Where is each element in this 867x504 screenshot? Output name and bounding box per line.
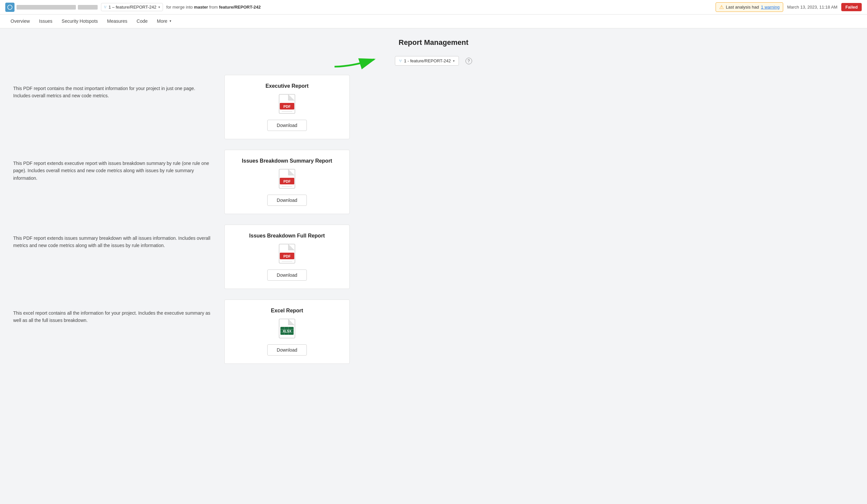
svg-text:PDF: PDF bbox=[283, 180, 291, 183]
branch-selector-label: 1 – feature/REPORT-242 bbox=[108, 4, 157, 10]
report-icon-issues-breakdown-summary: PDF bbox=[278, 169, 296, 190]
report-card-issues-breakdown-summary: Issues Breakdown Summary Report PDF Down… bbox=[224, 150, 350, 214]
report-section-executive: This PDF report contains the most import… bbox=[13, 75, 854, 139]
topbar-left: ⑂ 1 – feature/REPORT-242 ▾ for merge int… bbox=[5, 3, 710, 12]
pdf-icon-svg: PDF bbox=[278, 94, 296, 114]
nav-measures[interactable]: Measures bbox=[103, 14, 131, 28]
svg-text:XLSX: XLSX bbox=[283, 330, 291, 333]
svg-text:PDF: PDF bbox=[283, 105, 291, 108]
logo-area bbox=[5, 3, 98, 12]
report-title-issues-breakdown-full: Issues Breakdown Full Report bbox=[249, 233, 325, 239]
branch-dropdown-arrow: ▾ bbox=[158, 5, 160, 9]
main-content: Report Management ⑂ 1 - feature/REPORT-2… bbox=[0, 28, 867, 504]
download-button-executive[interactable]: Download bbox=[267, 120, 307, 131]
warning-badge: ⚠ Last analysis had 1 warning bbox=[716, 2, 783, 12]
report-icon-executive: PDF bbox=[278, 94, 296, 115]
timestamp: March 13, 2023, 11:18 AM bbox=[787, 4, 837, 10]
svg-text:PDF: PDF bbox=[283, 254, 291, 258]
reports-container: This PDF report contains the most import… bbox=[13, 75, 854, 374]
report-description-issues-breakdown-summary: This PDF report extends executive report… bbox=[13, 150, 224, 192]
report-icon-issues-breakdown-full: PDF bbox=[278, 244, 296, 265]
warning-link[interactable]: 1 warning bbox=[761, 4, 780, 10]
logo-icon bbox=[5, 3, 14, 12]
download-button-excel[interactable]: Download bbox=[267, 344, 307, 356]
project-name-blurred bbox=[17, 5, 76, 10]
warning-text: Last analysis had bbox=[726, 4, 759, 10]
nav-more[interactable]: More ▾ bbox=[153, 14, 175, 28]
warning-icon: ⚠ bbox=[719, 4, 724, 10]
nav-security-hotspots[interactable]: Security Hotspots bbox=[58, 14, 102, 28]
branch-selector-topbar[interactable]: ⑂ 1 – feature/REPORT-242 ▾ bbox=[101, 3, 163, 11]
report-icon-excel: XLSX bbox=[278, 318, 296, 340]
report-card-issues-breakdown-full: Issues Breakdown Full Report PDF Downloa… bbox=[224, 225, 350, 289]
pdf-icon-svg: PDF bbox=[278, 169, 296, 189]
xlsx-icon-svg: XLSX bbox=[278, 318, 296, 339]
report-card-excel: Excel Report XLSX Download bbox=[224, 300, 350, 364]
report-title-issues-breakdown-summary: Issues Breakdown Summary Report bbox=[242, 158, 332, 164]
branch-info: for merge into master from feature/REPOR… bbox=[166, 4, 261, 10]
branch-selector-row: ⑂ 1 - feature/REPORT-242 ▾ ? bbox=[13, 56, 854, 66]
page-title: Report Management bbox=[13, 38, 854, 47]
download-button-issues-breakdown-full[interactable]: Download bbox=[267, 269, 307, 281]
report-section-excel: This excel report contains all the infor… bbox=[13, 300, 854, 364]
branch-dropdown[interactable]: ⑂ 1 - feature/REPORT-242 ▾ bbox=[395, 56, 459, 66]
green-arrow-graphic bbox=[331, 53, 384, 70]
branch-dropdown-label: 1 - feature/REPORT-242 bbox=[404, 58, 451, 63]
green-arrow-container bbox=[331, 53, 384, 71]
nav-overview[interactable]: Overview bbox=[7, 14, 34, 28]
help-icon[interactable]: ? bbox=[465, 58, 472, 64]
more-chevron-icon: ▾ bbox=[170, 19, 171, 23]
merge-icon: ⑂ bbox=[104, 4, 107, 10]
report-card-executive: Executive Report PDF Download bbox=[224, 75, 350, 139]
project-id-blurred bbox=[78, 5, 98, 10]
report-section-issues-breakdown-summary: This PDF report extends executive report… bbox=[13, 150, 854, 214]
topbar: ⑂ 1 – feature/REPORT-242 ▾ for merge int… bbox=[0, 0, 867, 14]
report-section-issues-breakdown-full: This PDF report extends issues summary b… bbox=[13, 225, 854, 289]
topbar-right: ⚠ Last analysis had 1 warning March 13, … bbox=[716, 2, 862, 12]
failed-badge[interactable]: Failed bbox=[841, 3, 862, 11]
report-description-excel: This excel report contains all the infor… bbox=[13, 300, 224, 334]
nav-issues[interactable]: Issues bbox=[35, 14, 56, 28]
report-description-executive: This PDF report contains the most import… bbox=[13, 75, 224, 109]
report-title-executive: Executive Report bbox=[266, 83, 309, 89]
branch-dropdown-merge-icon: ⑂ bbox=[399, 58, 402, 63]
nav-code[interactable]: Code bbox=[132, 14, 151, 28]
report-description-issues-breakdown-full: This PDF report extends issues summary b… bbox=[13, 225, 224, 259]
pdf-icon-svg: PDF bbox=[278, 244, 296, 264]
report-title-excel: Excel Report bbox=[271, 308, 303, 314]
navbar: Overview Issues Security Hotspots Measur… bbox=[0, 14, 867, 28]
branch-dropdown-chevron: ▾ bbox=[453, 59, 454, 63]
download-button-issues-breakdown-summary[interactable]: Download bbox=[267, 195, 307, 206]
